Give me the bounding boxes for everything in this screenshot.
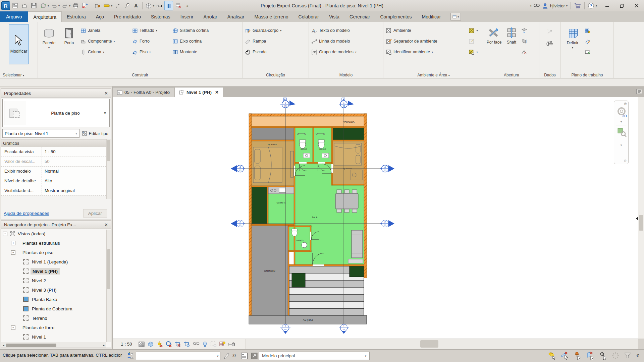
select-pinned-icon[interactable] bbox=[573, 351, 582, 360]
dormer-opening-button[interactable] bbox=[520, 48, 532, 56]
selection-box-icon[interactable] bbox=[210, 341, 217, 348]
close-icon[interactable]: ⊗ bbox=[624, 102, 627, 106]
help-chevron[interactable]: ▾ bbox=[596, 4, 597, 7]
edit-type-button[interactable]: Editar tipo bbox=[81, 129, 110, 138]
tab-arquivo[interactable]: Arquivo bbox=[0, 11, 28, 22]
area-button[interactable]: ▾ bbox=[468, 26, 482, 35]
select-underlay-icon[interactable] bbox=[560, 351, 569, 360]
active-only-icon[interactable] bbox=[250, 352, 258, 360]
tab-aco[interactable]: Aço bbox=[91, 11, 109, 22]
editable-only-icon[interactable] bbox=[223, 352, 230, 360]
constraints-icon[interactable] bbox=[228, 341, 235, 348]
shadows-icon[interactable] bbox=[147, 341, 154, 348]
show-crop-icon[interactable] bbox=[183, 341, 190, 348]
user-chevron[interactable]: ▾ bbox=[566, 4, 568, 7]
search-icon[interactable] bbox=[533, 3, 540, 9]
sun-path-icon[interactable] bbox=[156, 341, 163, 348]
visual-style-icon[interactable] bbox=[138, 341, 145, 348]
door-button[interactable]: Porta bbox=[59, 24, 79, 69]
set-workplane-button[interactable]: Definir ▾ bbox=[562, 24, 583, 69]
canvas-vscrollbar[interactable] bbox=[638, 97, 644, 339]
filter-icon[interactable] bbox=[624, 352, 632, 359]
steering-wheel-2d-icon[interactable]: 2D bbox=[617, 107, 627, 118]
view-tab-active[interactable]: Nível 1 (PH) ✕ bbox=[175, 87, 223, 97]
reference-plane-button[interactable] bbox=[584, 37, 595, 46]
tree-item-planta-cobertura[interactable]: Planta de Cobertura bbox=[1, 304, 111, 313]
close-icon[interactable]: ✕ bbox=[104, 91, 108, 96]
collapse-arrow-icon[interactable]: ◂ bbox=[530, 4, 531, 7]
workplane-viewer-button[interactable] bbox=[584, 48, 595, 56]
grid-button[interactable] bbox=[545, 40, 555, 48]
app-store-cart-icon[interactable] bbox=[574, 2, 581, 9]
browser-vscrollbar[interactable] bbox=[106, 230, 111, 342]
tab-arquitetura[interactable]: Arquitetura bbox=[28, 11, 61, 22]
opening-by-face-button[interactable]: Por face bbox=[485, 24, 503, 69]
area-boundary-button[interactable] bbox=[468, 37, 482, 46]
window-button[interactable]: Janela bbox=[79, 26, 130, 35]
chevron-down-icon[interactable]: ▼ bbox=[620, 120, 623, 123]
tab-modificar[interactable]: Modificar bbox=[417, 11, 446, 22]
worksharing-users-icon[interactable] bbox=[127, 352, 134, 359]
property-row[interactable]: Escala da vista1 : 50 bbox=[1, 147, 107, 157]
panel-label-ambiente[interactable]: Ambiente e Área ▾ bbox=[383, 73, 484, 77]
tree-item-plantas-de-piso[interactable]: −Plantas de piso bbox=[1, 248, 111, 257]
tree-item-terreno[interactable]: Terreno bbox=[1, 313, 111, 323]
tag-room-button[interactable]: Identificar ambiente▾ bbox=[385, 48, 467, 56]
room-separator-button[interactable]: Separador de ambiente bbox=[385, 37, 467, 46]
curtain-system-button[interactable]: Sistema cortina bbox=[171, 26, 222, 35]
close-icon[interactable]: ✕ bbox=[104, 222, 108, 227]
tab-colaborar[interactable]: Colaborar bbox=[293, 11, 324, 22]
tab-sistemas[interactable]: Sistemas bbox=[146, 11, 175, 22]
vertical-opening-button[interactable] bbox=[520, 37, 532, 46]
crop-view-icon[interactable] bbox=[165, 341, 172, 348]
browser-header[interactable]: Navegador de projeto - Projeto Ex...✕ bbox=[1, 220, 111, 229]
view-scale[interactable]: 1 : 50 bbox=[121, 342, 132, 347]
roof-button[interactable]: Telhado▾ bbox=[131, 26, 171, 35]
tree-item-vistas[interactable]: −Vistas (todas) bbox=[1, 229, 111, 238]
instance-selector[interactable]: Planta de piso: Nível 1∨ bbox=[2, 129, 79, 138]
view-tab-list-icon[interactable] bbox=[636, 88, 643, 95]
tab-complementos[interactable]: Complementos bbox=[375, 11, 417, 22]
tree-item-plantas-estruturais[interactable]: +Plantas estruturais bbox=[1, 238, 111, 248]
worksets-select[interactable]: ∨ bbox=[136, 352, 220, 360]
tab-vista[interactable]: Vista bbox=[324, 11, 344, 22]
show-workplane-button[interactable] bbox=[584, 26, 595, 35]
tree-item-plantas-de-forro[interactable]: −Plantas de forro bbox=[1, 323, 111, 332]
wall-opening-button[interactable] bbox=[520, 26, 532, 35]
shaft-opening-button[interactable]: Shaft bbox=[503, 24, 520, 69]
tab-anotar[interactable]: Anotar bbox=[199, 11, 222, 22]
property-row[interactable]: Visibilidade d...Mostrar original bbox=[1, 186, 107, 196]
ceiling-button[interactable]: Forro bbox=[131, 37, 171, 46]
chevron-down-icon[interactable]: ▼ bbox=[103, 111, 109, 115]
tab-massa-terreno[interactable]: Massa e terreno bbox=[249, 11, 293, 22]
worksharing-display-icon[interactable] bbox=[219, 341, 226, 348]
user-avatar-icon[interactable] bbox=[542, 3, 548, 9]
model-group-button[interactable]: Grupo de modelos▾ bbox=[310, 48, 382, 56]
curtain-grid-button[interactable]: Eixo cortina bbox=[171, 37, 222, 46]
panel-label-selecionar[interactable]: Selecionar ▾ bbox=[0, 73, 38, 77]
tree-item-nivel1-ph[interactable]: Nível 1 (PH) bbox=[1, 266, 111, 276]
tab-inserir[interactable]: Inserir bbox=[175, 11, 199, 22]
property-row[interactable]: Nível de detalheAlto bbox=[1, 176, 107, 186]
column-button[interactable]: Coluna▾ bbox=[79, 48, 130, 56]
tree-item-nivel1-legenda[interactable]: Nível 1 (Legenda) bbox=[1, 257, 111, 266]
model-line-button[interactable]: Linha do modelo bbox=[310, 37, 382, 46]
select-links-icon[interactable] bbox=[548, 351, 556, 360]
design-options-icon[interactable] bbox=[240, 352, 248, 360]
properties-scrollbar[interactable] bbox=[106, 139, 111, 199]
select-by-face-icon[interactable] bbox=[586, 351, 595, 360]
canvas-hscrollbar[interactable] bbox=[246, 339, 638, 349]
property-row[interactable]: Exibir modeloNormal bbox=[1, 167, 107, 176]
tab-estrutura[interactable]: Estrutura bbox=[62, 11, 91, 22]
scroll-right-icon[interactable]: ► bbox=[101, 344, 106, 347]
navbar-menu-icon[interactable]: ⊖ bbox=[624, 159, 627, 163]
design-option-select[interactable]: Modelo principal∨ bbox=[259, 352, 370, 360]
chevron-down-icon[interactable]: ▼ bbox=[620, 144, 623, 147]
close-button[interactable] bbox=[629, 0, 644, 11]
level-button[interactable]: 1. bbox=[546, 27, 554, 36]
section-graficos[interactable]: Gráficos bbox=[1, 139, 107, 147]
palette-collapse-arrow[interactable] bbox=[636, 217, 638, 221]
background-processes-icon[interactable] bbox=[611, 352, 620, 360]
properties-help-link[interactable]: Ajuda de propriedades bbox=[4, 211, 49, 216]
component-button[interactable]: Componente▾ bbox=[79, 37, 130, 46]
